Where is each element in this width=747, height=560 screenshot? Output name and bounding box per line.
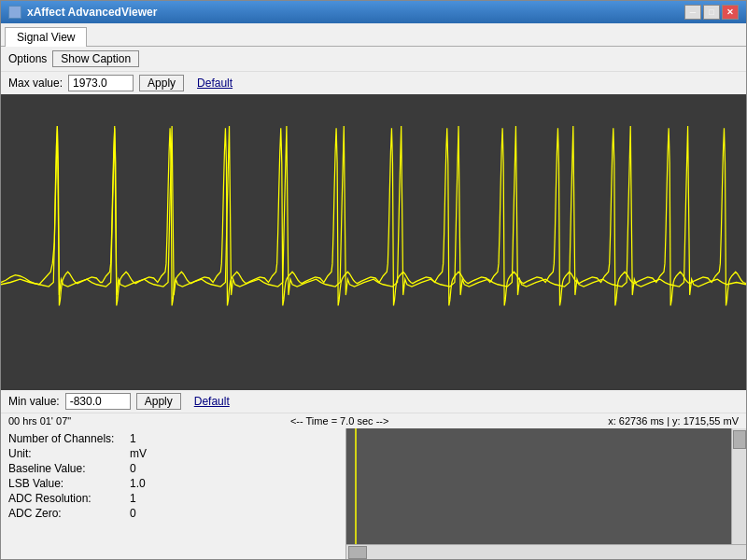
info-row-label: ADC Zero: <box>8 507 130 520</box>
max-value-label: Max value: <box>8 77 63 90</box>
app-icon <box>8 6 21 19</box>
min-value-label: Min value: <box>8 395 60 408</box>
vertical-scrollbar-thumb[interactable] <box>733 430 746 449</box>
tab-bar: Signal View <box>1 23 746 47</box>
time-elapsed: 00 hrs 01' 07" <box>8 415 71 427</box>
time-marker: <-- Time = 7.0 sec --> <box>290 415 388 427</box>
min-apply-button[interactable]: Apply <box>136 393 181 410</box>
info-row-value: 1.0 <box>130 477 338 490</box>
info-row-value: 0 <box>130 507 338 520</box>
ecg-chart <box>1 94 746 390</box>
svg-rect-0 <box>346 428 731 544</box>
info-row-value: 0 <box>130 462 338 475</box>
bottom-right <box>346 428 746 559</box>
window-title: xAffect AdvancedViewer <box>27 6 157 19</box>
info-row-label: Baseline Value: <box>8 462 130 475</box>
title-bar-left: xAffect AdvancedViewer <box>8 6 157 19</box>
time-bar: 00 hrs 01' 07" <-- Time = 7.0 sec --> x:… <box>1 413 746 428</box>
info-row-label: Unit: <box>8 447 130 460</box>
info-panel: Number of Channels:1Unit:mVBaseline Valu… <box>1 428 346 559</box>
max-apply-button[interactable]: Apply <box>139 75 184 91</box>
info-row-label: ADC Resolution: <box>8 492 130 505</box>
info-row-value: mV <box>130 447 338 460</box>
show-caption-button[interactable]: Show Caption <box>52 50 139 67</box>
info-row-label: Number of Channels: <box>8 432 130 445</box>
max-value-input[interactable] <box>68 75 134 91</box>
min-value-input[interactable] <box>65 393 131 410</box>
mini-ecg <box>346 428 731 544</box>
min-value-bar: Min value: Apply Default <box>1 390 746 413</box>
coordinates: x: 62736 ms | y: 1715,55 mV <box>608 415 739 427</box>
maximize-button[interactable]: □ <box>703 5 720 20</box>
bottom-panel: Number of Channels:1Unit:mVBaseline Valu… <box>1 428 746 559</box>
options-bar: Options Show Caption <box>1 47 746 72</box>
minimize-button[interactable]: ─ <box>684 5 701 20</box>
mini-chart-area <box>346 428 731 544</box>
max-default-button[interactable]: Default <box>190 76 240 91</box>
vertical-scrollbar[interactable] <box>731 428 746 544</box>
main-window: xAffect AdvancedViewer ─ □ ✕ Signal View… <box>0 0 747 560</box>
title-bar-controls: ─ □ ✕ <box>684 5 739 20</box>
tab-signal-view[interactable]: Signal View <box>5 27 87 47</box>
horizontal-scrollbar-thumb[interactable] <box>348 546 367 559</box>
horizontal-scrollbar[interactable] <box>346 544 746 559</box>
options-label: Options <box>8 52 47 65</box>
title-bar: xAffect AdvancedViewer ─ □ ✕ <box>1 1 746 23</box>
max-value-bar: Max value: Apply Default <box>1 72 746 94</box>
info-row-value: 1 <box>130 492 338 505</box>
min-default-button[interactable]: Default <box>187 394 237 409</box>
chart-area <box>1 94 746 390</box>
close-button[interactable]: ✕ <box>722 5 739 20</box>
info-row-value: 1 <box>130 432 338 445</box>
info-row-label: LSB Value: <box>8 477 130 490</box>
